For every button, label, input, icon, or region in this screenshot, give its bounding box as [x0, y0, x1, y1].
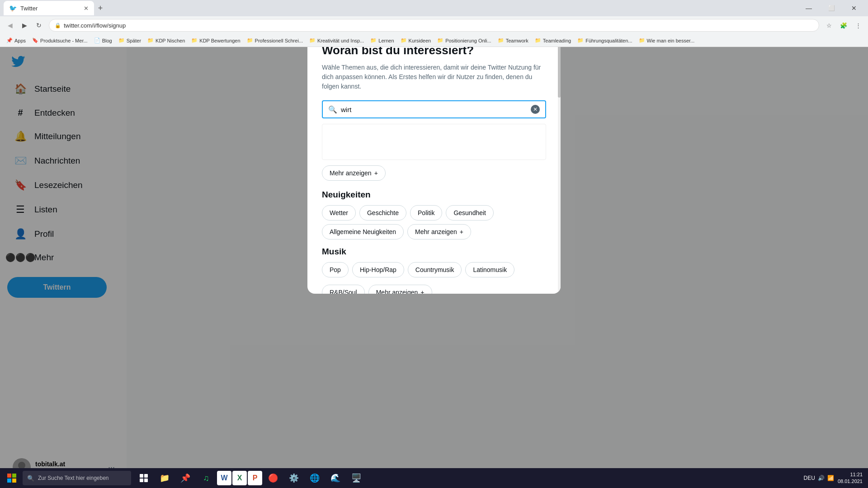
forward-button[interactable]: ▶ — [18, 19, 31, 32]
bookmark-professional[interactable]: 📁 Professionell Schrei... — [244, 37, 306, 44]
network-icon: 📶 — [827, 475, 834, 481]
bookmark-label: Kreativität und Insp... — [317, 38, 364, 43]
bookmark-teamleading[interactable]: 📁 Teamleading — [532, 37, 574, 44]
bookmark-label: KDP Nischen — [156, 38, 185, 43]
settings-button[interactable]: ⋮ — [852, 19, 864, 32]
bookmark-fuehrungsqualitaeten[interactable]: 📁 Führungsqualitäten... — [575, 37, 635, 44]
bookmark-icon: 📁 — [191, 38, 198, 43]
url-text: twitter.com/i/flow/signup — [64, 22, 126, 29]
taskbar-app-settings[interactable]: ⚙️ — [284, 468, 304, 488]
tab-close-icon[interactable]: ✕ — [84, 5, 89, 12]
taskbar-app-taskview[interactable] — [134, 468, 154, 488]
taskbar-search[interactable]: 🔍 Zur Suche Text hier eingeben — [23, 471, 131, 485]
start-button[interactable] — [2, 468, 22, 488]
plus-icon: + — [374, 169, 378, 177]
tag-hip-hop-rap[interactable]: Hip-Hop/Rap — [352, 262, 404, 277]
bookmark-icon: 📌 — [6, 38, 13, 43]
bookmark-icon: 📁 — [147, 38, 154, 43]
bookmark-lernen[interactable]: 📁 Lernen — [368, 37, 396, 44]
taskbar-app-files[interactable]: 📁 — [155, 468, 175, 488]
mehr-anzeigen-neuigkeiten-button[interactable]: Mehr anzeigen + — [407, 224, 471, 239]
url-bar[interactable]: 🔒 twitter.com/i/flow/signup — [49, 19, 819, 32]
neuigkeiten-tags: Wetter Geschichte Politik Gesundheit All… — [322, 205, 546, 239]
mehr-anzeigen-top-button[interactable]: Mehr anzeigen + — [322, 165, 386, 181]
clear-search-button[interactable]: ✕ — [531, 105, 540, 114]
taskbar-app-red[interactable]: 🔴 — [263, 468, 283, 488]
bookmark-1[interactable]: 🔖 Produktsuche - Mer... — [29, 37, 90, 44]
svg-rect-7 — [140, 474, 143, 478]
taskbar-app-powerpoint[interactable]: P — [248, 471, 262, 485]
bookmark-icon: 📁 — [535, 38, 541, 43]
taskbar-app-monitor[interactable]: 🖥️ — [346, 468, 366, 488]
svg-rect-8 — [144, 474, 148, 478]
plus-icon-musik: + — [420, 289, 424, 294]
section-title-neuigkeiten: Neuigkeiten — [322, 190, 546, 200]
svg-rect-3 — [7, 474, 11, 478]
taskbar-app-spotify[interactable]: ♫ — [196, 468, 216, 488]
bookmark-icon: 📁 — [639, 38, 645, 43]
bookmark-positionierung[interactable]: 📁 Positionierung Onli... — [434, 37, 494, 44]
bookmark-later[interactable]: 📁 Später — [116, 37, 144, 44]
bookmark-label: Produktsuche - Mer... — [40, 38, 88, 43]
time-display: 11:21 — [838, 471, 863, 478]
tag-rb-soul[interactable]: R&B/Soul — [322, 285, 365, 294]
close-button[interactable]: ✕ — [844, 1, 864, 15]
taskbar-search-placeholder: Zur Suche Text hier eingeben — [38, 475, 109, 481]
tag-pop[interactable]: Pop — [322, 262, 349, 277]
bookmark-label: Führungsqualitäten... — [585, 38, 632, 43]
tag-countrymusik[interactable]: Countrymusik — [408, 262, 462, 277]
taskbar-app-chrome[interactable]: 🌐 — [305, 468, 325, 488]
bookmark-icon: 📁 — [118, 38, 125, 43]
taskbar: 🔍 Zur Suche Text hier eingeben 📁 📌 ♫ W X… — [0, 468, 868, 488]
tab-favicon: 🐦 — [9, 5, 17, 12]
taskbar-app-excel[interactable]: X — [232, 471, 247, 485]
minimize-button[interactable]: — — [798, 1, 819, 15]
browser-tab-twitter[interactable]: 🐦 Twitter ✕ — [4, 1, 94, 15]
bookmark-icon: 📁 — [437, 38, 443, 43]
bookmark-kdp-nischen[interactable]: 📁 KDP Nischen — [145, 37, 188, 44]
bookmark-label: KDP Bewertungen — [199, 38, 240, 43]
taskbar-app-edge[interactable]: 🌊 — [326, 468, 345, 488]
bookmark-kursideen[interactable]: 📁 Kursideen — [398, 37, 434, 44]
system-tray: DEU 🔊 📶 — [804, 475, 834, 481]
star-button[interactable]: ☆ — [823, 19, 835, 32]
reload-button[interactable]: ↻ — [33, 19, 45, 32]
taskbar-app-word[interactable]: W — [217, 471, 231, 485]
back-button[interactable]: ◀ — [4, 19, 16, 32]
taskbar-apps: 📁 📌 ♫ W X P 🔴 ⚙️ 🌐 🌊 🖥️ — [134, 468, 366, 488]
search-results-area — [322, 124, 546, 160]
interests-modal: Vorerst überspringen Woran bist du inter… — [307, 14, 561, 294]
maximize-button[interactable]: ⬜ — [821, 1, 842, 15]
section-musik: Musik Pop Hip-Hop/Rap Countrymusik Latin… — [322, 247, 546, 294]
bookmark-label: Blog — [102, 38, 112, 43]
scrollbar-track — [558, 14, 561, 294]
tag-latinomusik[interactable]: Latinomusik — [465, 262, 514, 277]
bookmark-blog[interactable]: 📄 Blog — [91, 37, 115, 44]
tag-allgemeine-neuigkeiten[interactable]: Allgemeine Neuigkeiten — [322, 224, 404, 239]
bookmark-apps[interactable]: 📌 Apps — [4, 37, 28, 44]
taskbar-clock: 11:21 08.01.2021 — [838, 471, 863, 485]
modal-description: Wähle Themen aus, die dich interessieren… — [322, 63, 546, 91]
tag-geschichte[interactable]: Geschichte — [359, 205, 406, 221]
search-input-wrapper[interactable]: 🔍 ✕ — [322, 100, 546, 118]
bookmark-kdp-reviews[interactable]: 📁 KDP Bewertungen — [189, 37, 243, 44]
bookmark-icon: 📄 — [94, 38, 100, 43]
browser-chrome: 🐦 Twitter ✕ + — ⬜ ✕ ◀ ▶ ↻ 🔒 twitter.com/… — [0, 0, 868, 47]
bookmark-wie-man[interactable]: 📁 Wie man ein besser... — [636, 37, 698, 44]
date-display: 08.01.2021 — [838, 478, 863, 485]
search-input[interactable] — [341, 106, 527, 113]
tag-politik[interactable]: Politik — [410, 205, 442, 221]
tag-gesundheit[interactable]: Gesundheit — [446, 205, 494, 221]
bookmark-kreativitaet[interactable]: 📁 Kreativität und Insp... — [307, 37, 367, 44]
bookmark-label: Kursideen — [409, 38, 431, 43]
bookmark-icon: 🔖 — [32, 38, 38, 43]
bookmark-icon: 📁 — [401, 38, 407, 43]
taskbar-app-pin[interactable]: 📌 — [175, 468, 195, 488]
extension-button[interactable]: 🧩 — [837, 19, 850, 32]
new-tab-button[interactable]: + — [94, 2, 107, 14]
bookmarks-bar: 📌 Apps 🔖 Produktsuche - Mer... 📄 Blog 📁 … — [0, 34, 868, 47]
bookmark-label: Wie man ein besser... — [647, 38, 695, 43]
tag-wetter[interactable]: Wetter — [322, 205, 356, 221]
mehr-anzeigen-musik-button[interactable]: Mehr anzeigen + — [368, 285, 432, 294]
bookmark-teamwork[interactable]: 📁 Teamwork — [495, 37, 531, 44]
